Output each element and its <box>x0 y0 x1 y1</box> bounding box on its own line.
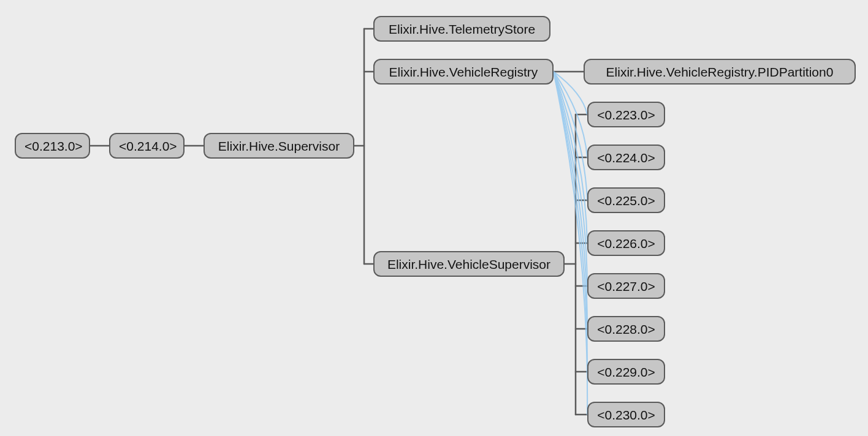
process-node-tel[interactable]: Elixir.Hive.TelemetryStore <box>373 16 550 42</box>
process-node-p229[interactable]: <0.229.0> <box>587 359 665 385</box>
process-node-p230[interactable]: <0.230.0> <box>587 402 665 427</box>
process-node-n213[interactable]: <0.213.0> <box>15 133 90 159</box>
process-node-vsup[interactable]: Elixir.Hive.VehicleSupervisor <box>373 251 565 277</box>
process-node-p227[interactable]: <0.227.0> <box>587 273 665 299</box>
process-node-p226[interactable]: <0.226.0> <box>587 230 665 256</box>
process-node-sup[interactable]: Elixir.Hive.Supervisor <box>204 133 354 159</box>
process-node-vreg[interactable]: Elixir.Hive.VehicleRegistry <box>373 59 554 85</box>
process-node-p224[interactable]: <0.224.0> <box>587 145 665 170</box>
process-tree-diagram: <0.213.0><0.214.0>Elixir.Hive.Supervisor… <box>0 0 868 436</box>
process-node-p223[interactable]: <0.223.0> <box>587 102 665 127</box>
process-node-n214[interactable]: <0.214.0> <box>109 133 185 159</box>
process-node-vregp0[interactable]: Elixir.Hive.VehicleRegistry.PIDPartition… <box>584 59 856 85</box>
process-node-p225[interactable]: <0.225.0> <box>587 187 665 213</box>
process-node-p228[interactable]: <0.228.0> <box>587 316 665 342</box>
